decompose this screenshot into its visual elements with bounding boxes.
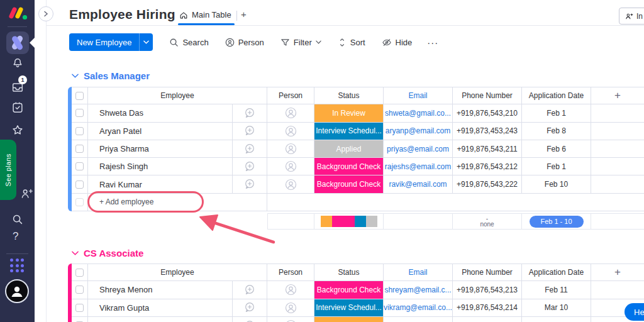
application-date[interactable]: Feb 8: [522, 123, 591, 140]
application-date[interactable]: Feb 11: [522, 281, 591, 298]
row-checkbox[interactable]: [75, 162, 84, 170]
column-header-phone[interactable]: Phone Number: [453, 87, 522, 104]
person-cell[interactable]: [267, 175, 314, 192]
person-cell[interactable]: [267, 104, 314, 121]
status-chip[interactable]: Applied: [314, 140, 383, 157]
see-plans-banner[interactable]: See plans: [0, 140, 16, 200]
email-link[interactable]: shreyam@email.c...: [384, 281, 453, 298]
status-chip[interactable]: Background Check: [314, 175, 383, 192]
invite-members-icon[interactable]: [19, 187, 33, 201]
column-header-email[interactable]: Email: [384, 87, 453, 104]
status-chip[interactable]: Interview Schedul...: [314, 123, 383, 140]
email-link[interactable]: priyas@email.com: [384, 140, 453, 157]
person-cell[interactable]: [267, 123, 314, 140]
row-checkbox[interactable]: [75, 109, 84, 117]
add-employee-button[interactable]: + Add employee: [88, 194, 267, 211]
select-all-checkbox[interactable]: [75, 269, 84, 277]
email-link[interactable]: rajeshs@email.com: [384, 158, 453, 175]
status-chip[interactable]: Interview Schedul...: [314, 299, 383, 316]
application-date[interactable]: Feb 10: [522, 175, 591, 192]
column-header-person[interactable]: Person: [267, 264, 314, 280]
row-checkbox[interactable]: [75, 286, 84, 294]
add-update-button[interactable]: [233, 158, 267, 175]
row-checkbox[interactable]: [75, 145, 84, 153]
status-distribution-bar[interactable]: [321, 216, 377, 227]
add-update-button[interactable]: [233, 299, 267, 316]
row-checkbox[interactable]: [75, 180, 84, 189]
summary-status-cell[interactable]: [314, 213, 384, 230]
employee-name[interactable]: Priya Sharma: [88, 140, 233, 157]
column-header-status[interactable]: Status: [314, 264, 384, 280]
employee-name[interactable]: [88, 317, 233, 322]
employee-name[interactable]: Vikram Gupta: [88, 299, 233, 316]
column-header-date[interactable]: Application Date: [522, 87, 591, 104]
row-checkbox[interactable]: [75, 304, 84, 312]
email-link[interactable]: aryanp@email.com: [384, 123, 453, 140]
status-chip[interactable]: In Review: [314, 104, 383, 121]
person-filter-tool[interactable]: Person: [225, 38, 264, 47]
person-cell[interactable]: [267, 299, 314, 316]
add-column-button[interactable]: +: [591, 264, 644, 280]
email-link[interactable]: ravik@email.com: [384, 175, 453, 192]
application-date[interactable]: Feb 6: [522, 140, 591, 157]
sort-tool[interactable]: Sort: [338, 38, 365, 47]
column-header-phone[interactable]: Phone Number: [453, 264, 522, 280]
expand-sidebar-button[interactable]: [38, 6, 53, 21]
group-header-sales-manager[interactable]: Sales Manager: [72, 70, 150, 81]
add-view-tab[interactable]: +: [241, 9, 247, 19]
email-link[interactable]: shweta@gmail.co...: [384, 104, 453, 121]
hide-tool[interactable]: Hide: [382, 38, 413, 47]
column-header-date[interactable]: Application Date: [522, 264, 591, 280]
status-chip[interactable]: [314, 317, 383, 322]
application-date[interactable]: [522, 317, 591, 322]
more-options-button[interactable]: ···: [427, 37, 438, 48]
help-question-icon[interactable]: ?: [13, 230, 18, 243]
application-date[interactable]: Mar 10: [522, 299, 591, 316]
new-employee-label[interactable]: New Employee: [69, 33, 139, 51]
help-button[interactable]: He: [625, 303, 644, 321]
employee-name[interactable]: Shweta Das: [88, 104, 233, 121]
employee-name[interactable]: Aryan Patel: [88, 123, 233, 140]
application-date[interactable]: Feb 1: [522, 104, 591, 121]
column-header-employee[interactable]: Employee: [88, 87, 267, 104]
column-header-status[interactable]: Status: [314, 87, 384, 104]
add-update-button[interactable]: [233, 281, 267, 298]
row-checkbox[interactable]: [75, 127, 84, 135]
email-link[interactable]: [384, 317, 453, 322]
person-cell[interactable]: [267, 140, 314, 157]
employee-name[interactable]: Shreya Menon: [88, 281, 233, 298]
group-header-cs-associate[interactable]: CS Associate: [72, 248, 143, 258]
new-employee-button[interactable]: New Employee: [69, 33, 153, 51]
employee-name[interactable]: Ravi Kumar: [88, 175, 233, 192]
new-employee-dropdown[interactable]: [139, 33, 153, 51]
add-update-button[interactable]: [233, 140, 267, 157]
person-cell[interactable]: [267, 281, 314, 298]
email-link[interactable]: vikramg@email.co...: [384, 299, 453, 316]
column-header-person[interactable]: Person: [267, 87, 314, 104]
application-date[interactable]: Feb 1: [522, 158, 591, 175]
favorites-star-icon[interactable]: [11, 123, 25, 137]
add-update-button[interactable]: [233, 317, 267, 322]
add-update-button[interactable]: [233, 104, 267, 121]
search-tool[interactable]: Search: [169, 38, 208, 47]
apps-grid-icon[interactable]: [10, 258, 25, 273]
person-cell[interactable]: [267, 317, 314, 322]
column-header-employee[interactable]: Employee: [88, 264, 267, 280]
column-header-email[interactable]: Email: [384, 264, 453, 280]
invite-button[interactable]: In: [619, 8, 644, 25]
tab-main-table[interactable]: Main Table: [179, 10, 231, 19]
workspace-board-icon[interactable]: [6, 31, 29, 54]
status-chip[interactable]: Background Check: [314, 281, 383, 298]
my-work-icon[interactable]: [11, 101, 25, 114]
date-range-pill[interactable]: Feb 1 - 10: [530, 216, 584, 228]
person-cell[interactable]: [267, 158, 314, 175]
monday-logo[interactable]: [6, 5, 29, 23]
employee-name[interactable]: Rajesh Singh: [88, 158, 233, 175]
search-icon[interactable]: [11, 213, 25, 226]
select-all-checkbox[interactable]: [75, 92, 84, 100]
user-avatar[interactable]: [5, 279, 29, 303]
status-chip[interactable]: Background Check: [314, 158, 383, 175]
add-update-button[interactable]: [233, 123, 267, 140]
notifications-bell-icon[interactable]: [11, 57, 25, 70]
row-checkbox[interactable]: [75, 198, 84, 206]
